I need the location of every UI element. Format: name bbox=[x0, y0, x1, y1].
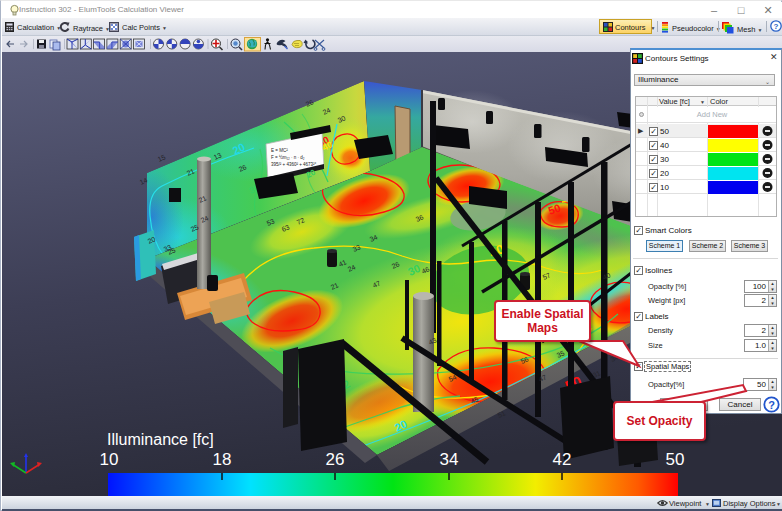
svg-text:?: ? bbox=[774, 22, 779, 31]
svg-text:10: 10 bbox=[100, 450, 119, 469]
svg-text:34: 34 bbox=[440, 450, 459, 469]
svg-text:?: ? bbox=[768, 399, 775, 411]
svg-text:50: 50 bbox=[666, 450, 685, 469]
svg-text:F = ½m₁₂ · n · d₂: F = ½m₁₂ · n · d₂ bbox=[271, 154, 305, 160]
svg-text:395/² + 4360² + 4673²°: 395/² + 4360² + 4673²° bbox=[271, 162, 317, 167]
svg-text:Illuminance [fc]: Illuminance [fc] bbox=[107, 431, 214, 448]
svg-text:E = MC²: E = MC² bbox=[271, 148, 288, 153]
svg-text:18: 18 bbox=[213, 450, 232, 469]
svg-text:26: 26 bbox=[326, 450, 345, 469]
svg-text:42: 42 bbox=[553, 450, 572, 469]
